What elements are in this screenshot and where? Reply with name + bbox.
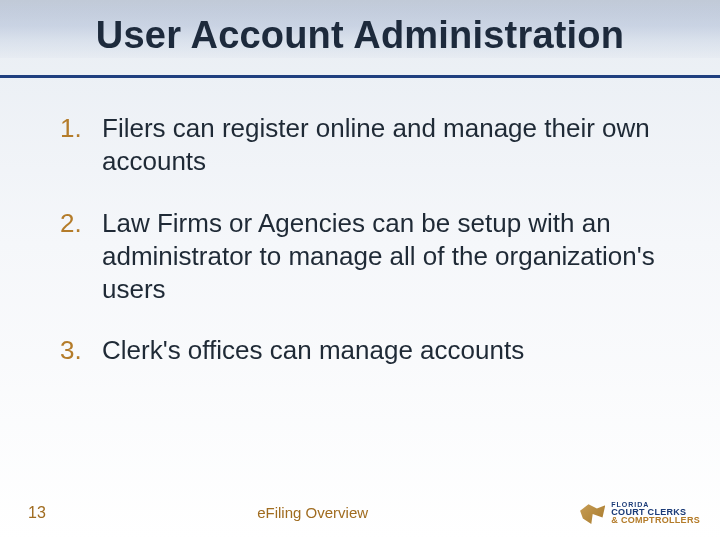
list-text: Clerk's offices can manage accounts xyxy=(102,335,524,365)
list-number: 3. xyxy=(60,334,82,367)
footer-logo: FLORIDA COURT CLERKS & COMPTROLLERS xyxy=(577,502,700,524)
content-area: 1. Filers can register online and manage… xyxy=(0,88,720,368)
slide-title: User Account Administration xyxy=(0,14,720,57)
title-band: User Account Administration xyxy=(0,0,720,88)
title-underline xyxy=(0,75,720,78)
footer-label: eFiling Overview xyxy=(257,504,368,521)
logo-line-3: & COMPTROLLERS xyxy=(611,516,700,524)
footer-center: eFiling Overview xyxy=(48,504,577,522)
list-text: Filers can register online and manage th… xyxy=(102,113,650,176)
list-item: 2. Law Firms or Agencies can be setup wi… xyxy=(56,207,664,307)
list-item: 1. Filers can register online and manage… xyxy=(56,112,664,179)
logo-text: FLORIDA COURT CLERKS & COMPTROLLERS xyxy=(611,502,700,524)
footer: 13 eFiling Overview FLORIDA COURT CLERKS… xyxy=(0,496,720,540)
list-item: 3. Clerk's offices can manage accounts xyxy=(56,334,664,367)
list-number: 1. xyxy=(60,112,82,145)
logo-mark-icon xyxy=(577,502,605,524)
numbered-list: 1. Filers can register online and manage… xyxy=(56,112,664,368)
list-text: Law Firms or Agencies can be setup with … xyxy=(102,208,655,305)
list-number: 2. xyxy=(60,207,82,240)
